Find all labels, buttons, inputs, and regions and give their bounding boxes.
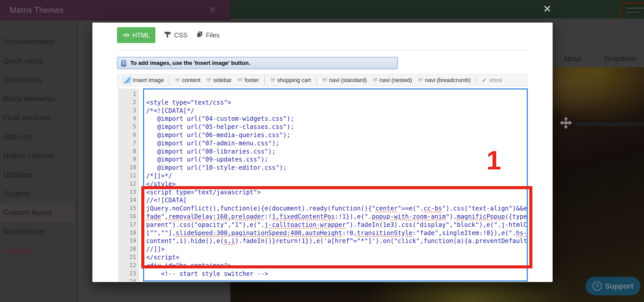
code-line: /*<![CDATA[*/ (146, 107, 527, 115)
sidebar-item-add-ons[interactable]: Add-ons (0, 127, 78, 146)
hamburger-line (626, 8, 644, 8)
line-number: 7 (118, 139, 139, 147)
sidebar-item-support[interactable]: Support (0, 184, 78, 203)
line-number: 1 (118, 90, 139, 98)
chevrons-down-icon (206, 77, 211, 84)
code-line (146, 90, 527, 99)
modal-tabs: </> HTML CSS Files (117, 27, 220, 43)
line-number: 14 (118, 196, 139, 204)
line-number: 9 (118, 155, 139, 163)
line-number: 10 (118, 163, 139, 172)
code-line: @import url("05-helper-classes.css"); (146, 123, 527, 131)
sidebar-item-documentation[interactable]: Documentation (0, 32, 78, 51)
chevrons-down-icon (418, 77, 423, 84)
sidebar-item-custom-layout[interactable]: Custom layout (0, 203, 74, 222)
doc-panel-close-icon[interactable]: ✕ (209, 0, 216, 21)
line-number: 16 (118, 212, 139, 220)
sidebar-item-quick-setup[interactable]: Quick setup (0, 51, 78, 70)
line-number: 8 (118, 147, 139, 155)
code-line: content",i).hide(),e(s,i).fadeIn()}retur… (146, 237, 527, 245)
code-line: @import url("07-admin-menu.css"); (146, 139, 527, 148)
checkmark-icon: ✔ (482, 77, 487, 84)
code-line: <!-- start style switcher --> (146, 270, 527, 278)
toolbar-item-shopping-cart[interactable]: shopping cart (270, 77, 311, 84)
sidebar-item-helper-classes[interactable]: Helper classes (0, 146, 78, 165)
code-line (146, 278, 527, 281)
tab-css-label: CSS (174, 32, 187, 39)
code-line: ["",""],slideSpeed:300,paginationSpeed:4… (146, 229, 527, 237)
sidebar-item-fluid-sections[interactable]: Fluid sections (0, 108, 78, 127)
chevrons-down-icon (175, 77, 180, 84)
sidebar-item-upgrade[interactable]: Upgrade (0, 241, 78, 260)
toolbar-item-label: footer (244, 77, 259, 84)
topbar-close-icon[interactable]: ✕ (543, 0, 551, 18)
doc-panel-header: Matrix Themes ✕ (0, 0, 230, 21)
support-button[interactable]: ? Support (586, 277, 640, 295)
line-number: 3 (118, 106, 139, 115)
info-icon: i (121, 60, 126, 67)
site-topbar: ✕ (230, 0, 644, 18)
tab-files[interactable]: Files (196, 31, 220, 39)
sidebar-item-marketplace[interactable]: Marketplace (0, 222, 78, 241)
editor-toolbar: Insert image contentsidebarfootershoppin… (117, 74, 528, 86)
move-handle-icon[interactable] (560, 116, 572, 129)
code-icon: </> (123, 32, 130, 38)
toolbar-item-label: content (182, 77, 200, 84)
line-number: 23 (118, 269, 139, 278)
line-number: 21 (118, 253, 139, 261)
toolbar-item-label: navi (standard) (329, 77, 367, 84)
line-number: 19 (118, 237, 139, 245)
code-line: parent").css("opacity","1"),e(".j-callto… (146, 221, 527, 229)
code-line: <script type="text/javascript"> (146, 188, 527, 197)
question-icon: ? (593, 281, 602, 291)
sidebar-item-shortcodes[interactable]: Shortcodes (0, 70, 78, 89)
code-line: <div id="hs-container"> (146, 262, 527, 270)
toolbar-separator (169, 75, 169, 85)
nav-item-dropdown[interactable]: Dropdown (605, 55, 636, 63)
code-line: </style> (146, 180, 527, 188)
code-line: @import url("06-media-queries.css"); (146, 131, 527, 139)
sidebar-item-block-elements[interactable]: Block elements (0, 89, 78, 108)
insert-image-button[interactable]: Insert image (123, 77, 164, 84)
line-number: 17 (118, 220, 139, 229)
code-line: jQuery.noConflict(),function(e){e(docume… (146, 205, 527, 213)
tabs-divider (117, 50, 528, 50)
line-number: 2 (118, 98, 139, 106)
paint-roller-icon (164, 31, 171, 39)
doc-panel-title: Matrix Themes (10, 0, 64, 21)
line-number: 5 (118, 123, 139, 131)
hamburger-menu-button[interactable] (620, 2, 644, 21)
section-drag-strip (575, 122, 644, 126)
toolbar-separator (316, 75, 317, 85)
code-line: @import url("09-updates.css"); (146, 156, 527, 164)
code-line: </script> (146, 254, 527, 262)
validation-label: xhtml (489, 77, 502, 83)
toolbar-item-label: navi (breadcrumb) (425, 77, 471, 84)
support-button-label: Support (605, 282, 633, 290)
line-numbers: 123456789101112131415161718192021222324 (118, 88, 139, 281)
line-number: 20 (118, 245, 139, 253)
toolbar-item-sidebar[interactable]: sidebar (206, 77, 232, 84)
doc-sidebar-nav: DocumentationQuick setupShortcodesBlock … (0, 32, 78, 260)
insert-image-label: Insert image (133, 77, 164, 84)
code-line: <style type="text/css"> (146, 99, 527, 107)
tab-html[interactable]: </> HTML (117, 27, 155, 43)
toolbar-item-label: sidebar (213, 77, 232, 84)
code-line: //]]> (146, 245, 527, 254)
info-bar: i To add images, use the 'Insert image' … (117, 57, 398, 69)
line-number: 4 (118, 114, 139, 123)
toolbar-item-label: shopping cart (277, 77, 311, 84)
toolbar-item-footer[interactable]: footer (237, 77, 259, 84)
code-lines[interactable]: <style type="text/css">/*<![CDATA[*/ @im… (143, 88, 528, 281)
toolbar-separator (264, 75, 265, 85)
toolbar-item-navi-standard[interactable]: navi (standard) (322, 77, 367, 84)
line-number: 18 (118, 229, 139, 237)
toolbar-item-navi-nested[interactable]: navi (nested) (372, 77, 412, 84)
sidebar-item-updates[interactable]: Updates (0, 165, 78, 184)
toolbar-item-navi-breadcrumb[interactable]: navi (breadcrumb) (418, 77, 471, 84)
toolbar-item-content[interactable]: content (175, 77, 200, 84)
tab-css[interactable]: CSS (164, 31, 187, 39)
nav-item-about[interactable]: About (563, 55, 581, 63)
code-line: fade",removalDelay:160,preloader:!1,fixe… (146, 213, 527, 221)
validation-status: ✔ xhtml (482, 77, 502, 84)
